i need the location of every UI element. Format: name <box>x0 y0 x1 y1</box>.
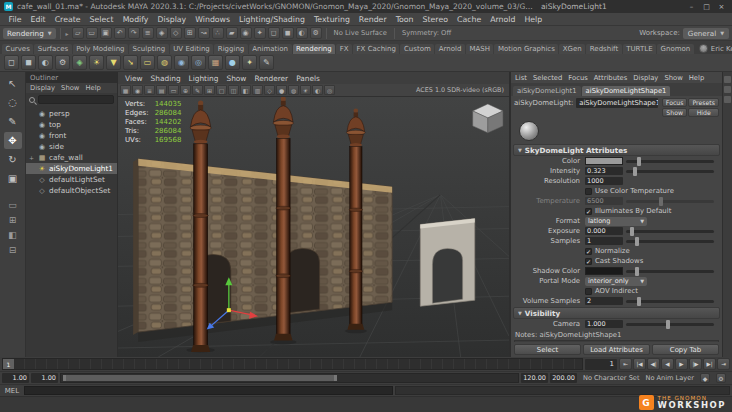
shelf-tab[interactable]: Rigging <box>214 44 248 54</box>
section-header-visibility[interactable]: ▼ Visibility <box>513 307 720 319</box>
menu[interactable]: Lighting/Shading <box>235 15 310 24</box>
shelf-tab[interactable]: Redshift <box>586 44 621 54</box>
slider[interactable] <box>626 160 714 163</box>
wireframe-icon[interactable]: ◇ <box>264 85 275 95</box>
viewport-menu[interactable]: Show <box>222 74 250 83</box>
gate-mask-icon[interactable]: ◧ <box>240 85 251 95</box>
menu[interactable]: Edit <box>26 15 50 24</box>
lock-camera-icon[interactable]: ◉ <box>132 85 143 95</box>
range-slider[interactable] <box>60 373 519 383</box>
viewport-menu[interactable]: Lighting <box>185 74 223 83</box>
menu[interactable]: Texturing <box>309 15 354 24</box>
attribute-editor-menu[interactable]: Selected <box>530 74 565 82</box>
shelf-tab[interactable]: Animation <box>249 44 292 54</box>
layout-four-pane[interactable]: ⊞ <box>4 213 22 226</box>
render-settings-icon[interactable]: ⚙ <box>310 27 322 39</box>
outliner-item[interactable]: aiSkyDomeLight1 <box>26 163 117 174</box>
checkbox[interactable] <box>585 248 592 255</box>
channel-box-toggle-icon[interactable] <box>724 96 731 103</box>
shelf-tab[interactable]: Gnomon <box>657 44 694 54</box>
camera-attributes-icon[interactable]: ≡ <box>144 85 155 95</box>
select-tool[interactable]: ↖ <box>4 75 22 92</box>
maximize-button[interactable]: □ <box>700 3 713 11</box>
outliner-item[interactable]: persp <box>26 108 117 119</box>
redo-icon[interactable]: ↷ <box>128 27 140 39</box>
menu[interactable]: Render <box>354 15 391 24</box>
arnold-ipr-icon[interactable]: ◎ <box>191 55 206 70</box>
slider[interactable] <box>626 240 714 243</box>
grid-icon[interactable]: ⊞ <box>204 85 215 95</box>
slider[interactable] <box>626 323 714 326</box>
menu[interactable]: File <box>4 15 26 24</box>
colorspace-label[interactable]: ACES 1.0 SDR-video (sRGB) <box>416 86 507 94</box>
select-component-icon[interactable]: ◇ <box>170 27 182 39</box>
rotate-tool[interactable]: ↻ <box>4 151 22 168</box>
outliner-menu[interactable]: Show <box>58 84 82 92</box>
outliner-menu[interactable]: Display <box>27 84 58 92</box>
shelf-tab[interactable]: FX <box>336 44 352 54</box>
make-live-icon[interactable]: ◉ <box>240 27 252 39</box>
character-set-menu[interactable]: No Character Set <box>583 374 640 382</box>
skydome-light-icon[interactable]: ◍ <box>157 55 172 70</box>
play-backwards-button[interactable]: ◀ <box>661 358 674 370</box>
attribute-editor-menu[interactable]: Show <box>661 74 685 82</box>
slider[interactable] <box>626 230 714 233</box>
slider-handle[interactable] <box>635 267 639 276</box>
menu[interactable]: Toon <box>391 15 418 24</box>
shader-ball-icon[interactable]: ● <box>225 55 240 70</box>
menu[interactable]: Arnold <box>486 15 520 24</box>
slider[interactable] <box>626 200 714 203</box>
render-settings-icon[interactable]: ⚙ <box>55 55 70 70</box>
render-view-icon[interactable]: ◻ <box>4 55 19 70</box>
scale-tool[interactable]: ▣ <box>4 170 22 187</box>
checkbox[interactable] <box>585 258 592 265</box>
viewport-menu[interactable]: Shading <box>147 74 185 83</box>
menu[interactable]: Help <box>520 15 547 24</box>
menu[interactable]: Select <box>85 15 118 24</box>
value-field[interactable]: 1000 <box>585 177 623 185</box>
film-gate-icon[interactable]: ▢ <box>216 85 227 95</box>
select-camera-icon[interactable]: ▦ <box>120 85 131 95</box>
slider-handle[interactable] <box>633 167 637 176</box>
slider-handle[interactable] <box>659 197 663 206</box>
step-back-frame-button[interactable]: ◀| <box>647 358 660 370</box>
menu-set-dropdown[interactable]: Rendering ▼ <box>3 28 56 39</box>
step-forward-key-button[interactable]: ▶| <box>703 358 716 370</box>
shelf-tab[interactable]: FX Caching <box>353 44 399 54</box>
time-slider[interactable]: 1 <box>2 358 583 370</box>
shelf-tab[interactable]: UV Editing <box>170 44 214 54</box>
layout-persp-outliner[interactable]: ◧ <box>4 228 22 241</box>
directional-light-icon[interactable]: ➘ <box>123 55 138 70</box>
range-bar[interactable] <box>63 375 337 381</box>
playback-end-field[interactable]: 120.00 <box>521 373 548 383</box>
paint-select-tool[interactable]: ✎ <box>4 113 22 130</box>
anim-layer-menu[interactable]: No Anim Layer <box>646 374 695 382</box>
render-frame-icon[interactable]: ◼ <box>282 27 294 39</box>
workspace-dropdown[interactable]: General ▼ <box>683 28 729 39</box>
minimize-button[interactable]: – <box>685 3 698 11</box>
menu[interactable]: Cache <box>452 15 485 24</box>
outliner-item[interactable]: defaultObjectSet <box>26 185 117 196</box>
slider[interactable] <box>626 170 714 173</box>
viewport-menu[interactable]: View <box>121 74 147 83</box>
go-to-start-button[interactable]: ⇤ <box>619 358 632 370</box>
animation-preferences-icon[interactable]: ⚙ <box>716 373 726 383</box>
header-button[interactable]: Focus <box>662 98 688 107</box>
current-time-field[interactable]: 1 <box>585 359 617 370</box>
header-button[interactable]: Presets <box>688 98 719 107</box>
checkbox[interactable] <box>585 288 592 295</box>
current-frame-marker[interactable]: 1 <box>3 359 14 369</box>
resolution-gate-icon[interactable]: ◫ <box>228 85 239 95</box>
header-button[interactable]: Hide <box>688 108 719 117</box>
viewport-canvas[interactable]: Verts: 144035 Edges: 286084 Faces: 14420… <box>118 97 509 357</box>
grease-pencil-icon[interactable]: ✎ <box>192 85 203 95</box>
attribute-editor-toggle-icon[interactable] <box>724 76 731 83</box>
image-plane-icon[interactable]: ▭ <box>168 85 179 95</box>
undo-icon[interactable]: ↶ <box>114 27 126 39</box>
paint-effects-icon[interactable]: ✎ <box>259 55 274 70</box>
layout-single-pane[interactable]: ▭ <box>4 198 22 211</box>
texture-icon[interactable]: ▦ <box>208 55 223 70</box>
checkbox[interactable] <box>585 188 592 195</box>
lasso-tool[interactable]: ◌ <box>4 94 22 111</box>
2d-pan-zoom-icon[interactable]: ⊕ <box>180 85 191 95</box>
